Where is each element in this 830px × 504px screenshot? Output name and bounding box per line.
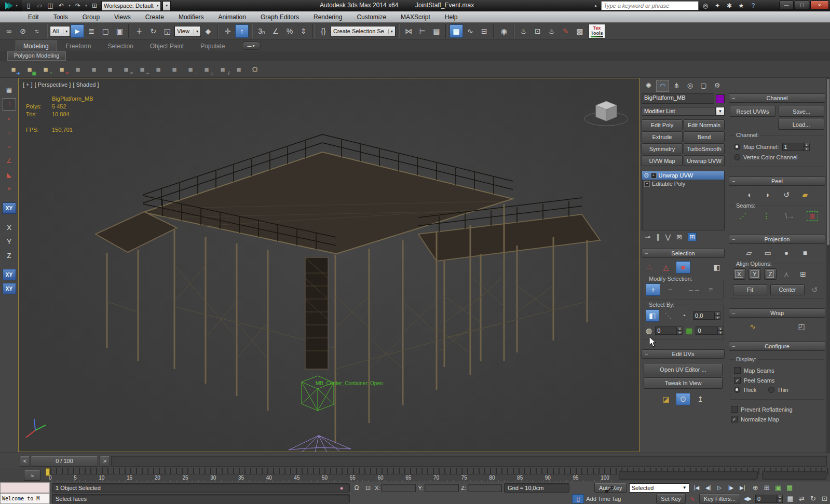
stack-item-unwrap-uvw[interactable]: ʘ + Unwrap UVW	[642, 171, 724, 180]
project-folder-icon[interactable]: ⊞	[89, 1, 100, 10]
loop-icon[interactable]: ‒ ‒	[687, 284, 701, 295]
point-to-point-seam-icon[interactable]: ⋮	[760, 210, 773, 222]
ignore-backfacing-icon[interactable]: ◧	[646, 309, 659, 322]
vertex-subobject-icon[interactable]: ■	[72, 63, 84, 75]
viewport-general-menu[interactable]: [ + ]	[23, 81, 33, 88]
modifier-button[interactable]: Edit Normals	[684, 119, 725, 130]
snap-toggle-3d-icon[interactable]: 3ₙ	[255, 24, 268, 38]
polymod-delete-icon[interactable]: ■ ×	[56, 63, 68, 75]
make-unique-icon[interactable]: ⋁	[665, 233, 671, 241]
bind-to-space-warp-icon[interactable]: ≈	[30, 24, 44, 38]
angle-tool-icon[interactable]: ∠	[3, 155, 16, 167]
key-filters-curve-icon[interactable]: ∿	[688, 495, 697, 502]
maxscript-listener-line[interactable]: Welcome to M	[0, 493, 50, 504]
edge-subobject-icon[interactable]: ■	[88, 63, 100, 75]
select-by-material-id-icon[interactable]: ▦	[686, 325, 692, 336]
menu-item[interactable]: Create	[138, 11, 171, 22]
modifier-button[interactable]: Extrude	[642, 131, 683, 142]
vertex-mode-icon[interactable]: ∴	[643, 262, 656, 273]
new-file-icon[interactable]: ▯	[23, 1, 34, 10]
align-x-button[interactable]: X	[733, 268, 745, 280]
border-subobject-icon[interactable]: ■	[104, 63, 116, 75]
spherical-map-icon[interactable]: ●	[780, 247, 793, 258]
center-button[interactable]: Center	[770, 284, 805, 295]
ring-icon[interactable]: ≡	[704, 284, 717, 295]
toolbar-separator[interactable]	[46, 24, 48, 38]
spin-down-icon[interactable]: ▼	[715, 316, 720, 320]
smoothing-value[interactable]: 0	[655, 326, 677, 335]
reset-projection-icon[interactable]: ↺	[808, 284, 821, 295]
fit-button[interactable]: Fit	[733, 284, 767, 295]
load-button[interactable]: Load...	[778, 119, 824, 130]
polymod-add-icon[interactable]: ■ +	[39, 63, 52, 75]
edit-uvs-rollout-header[interactable]: − Edit UVs	[642, 349, 725, 359]
viewport-pov-menu[interactable]: [ Perspective ]	[35, 81, 71, 88]
select-and-rotate-icon[interactable]: ↻	[146, 24, 160, 38]
curve-editor-icon[interactable]: ∿	[464, 24, 477, 38]
go-to-start-icon[interactable]: |◀	[691, 483, 702, 493]
hierarchy-tab-icon[interactable]: ⋔	[671, 80, 683, 91]
select-object-icon[interactable]: ►	[71, 24, 84, 38]
spin-up-icon[interactable]: ▲	[717, 326, 723, 331]
graphite-ribbon-toggle-icon[interactable]: ▦	[450, 24, 463, 38]
modifier-button[interactable]: Unwrap UVW	[684, 155, 725, 166]
element-subobject-icon[interactable]: ■ −	[136, 63, 148, 75]
selection-filter-dropdown[interactable]: All	[50, 26, 70, 37]
spin-up-icon[interactable]: ▲	[804, 143, 810, 147]
named-sets-dropdown[interactable]: Create Selection Se	[331, 26, 396, 37]
modifier-enable-bulb-icon[interactable]: ʘ	[644, 172, 649, 179]
modifier-list-dropdown[interactable]: Modifier List ▼	[642, 107, 725, 116]
close-button[interactable]: ×	[810, 1, 829, 9]
spin-up-icon[interactable]: ▲	[715, 311, 720, 316]
tab-freeform[interactable]: Freeform	[59, 41, 99, 51]
ribbon-minimize-button[interactable]: ▬ ▾	[242, 42, 261, 50]
key-step-toggle-icon[interactable]: ◀▶	[742, 494, 753, 503]
planar-map-icon[interactable]: ▱	[742, 247, 756, 258]
toolbar-separator[interactable]	[398, 24, 400, 38]
current-frame-value[interactable]: 0	[755, 495, 777, 503]
border-tool-icon[interactable]: −	[3, 127, 16, 139]
next-frame-button[interactable]: >	[100, 456, 110, 467]
key-mode-dropdown[interactable]: Selected ▼	[629, 483, 689, 493]
tab-selection[interactable]: Selection	[100, 41, 140, 51]
point-to-point-select-icon[interactable]: ⋱	[662, 310, 675, 321]
time-tag-icon[interactable]: ▯	[572, 494, 584, 503]
minimize-button[interactable]: —	[779, 1, 794, 9]
select-and-manipulate-icon[interactable]: ✛	[221, 24, 235, 38]
modifier-stack[interactable]: ʘ + Unwrap UVW + Editable Poly	[642, 171, 725, 230]
maxscript-mini-listener[interactable]	[0, 482, 50, 493]
pan-icon[interactable]: ⇄	[796, 494, 807, 503]
thick-radio[interactable]	[734, 387, 740, 393]
vertex-tool-icon[interactable]: ⁘	[3, 98, 16, 111]
absolute-offset-mode-icon[interactable]: ⊡	[363, 484, 373, 492]
render-setup-icon[interactable]: ♨	[517, 24, 530, 38]
key-filters-button[interactable]: Key Filters...	[699, 494, 740, 503]
menu-item[interactable]: Rendering	[306, 11, 349, 22]
selection-rollout-header[interactable]: − Selection	[642, 249, 725, 258]
window-crossing-icon[interactable]: ▣	[113, 24, 126, 38]
thin-radio[interactable]	[768, 387, 774, 393]
menu-item[interactable]: Views	[107, 11, 138, 22]
redo-dropdown-icon[interactable]: ▾	[84, 1, 89, 10]
view-align-icon[interactable]: ⊞	[796, 268, 810, 280]
toolbar-separator[interactable]	[445, 24, 447, 38]
reset-uvws-button[interactable]: Reset UVWs	[730, 106, 775, 117]
toolbar-separator[interactable]	[251, 24, 253, 38]
favorites-star-icon[interactable]: ★	[736, 1, 747, 10]
peel-seams-checkbox[interactable]: ✓	[734, 377, 741, 384]
grid-array-icon[interactable]: ▦	[3, 84, 16, 96]
edge-tool-icon[interactable]: ▫	[3, 113, 16, 125]
modify-tab-icon[interactable]: ◠	[656, 80, 669, 92]
projection-rollout-header[interactable]: − Projection	[729, 235, 825, 244]
convert-selection-icon[interactable]: ■	[233, 63, 245, 75]
tweak-in-view-button[interactable]: Tweak In View	[644, 377, 723, 389]
maximize-viewport-icon[interactable]: ⊡	[819, 494, 830, 503]
unfold-strip-icon[interactable]: ↥	[693, 393, 707, 405]
field-of-view-icon[interactable]: ▦	[785, 494, 796, 503]
workspace-menu-button[interactable]: ▾	[162, 1, 171, 11]
help-icon[interactable]: ?	[747, 1, 759, 10]
menu-item[interactable]: Graph Editors	[253, 11, 306, 22]
undo-icon[interactable]: ↶	[56, 1, 66, 10]
percent-snap-icon[interactable]: %	[283, 24, 296, 38]
toolbar-separator[interactable]	[493, 24, 495, 38]
